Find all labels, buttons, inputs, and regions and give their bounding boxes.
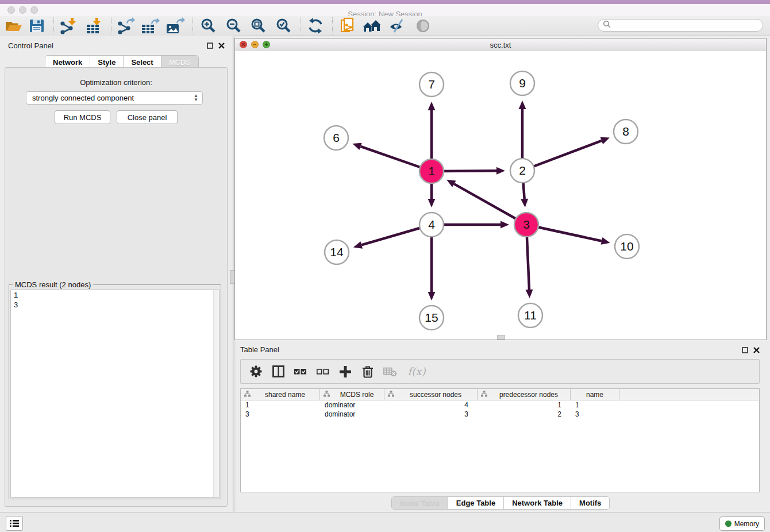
canvas-splitter-grip[interactable]: [497, 335, 505, 340]
network-window: ✕ − + scc.txt 1234678910111415: [234, 38, 767, 340]
table-toolbar: f(x): [240, 359, 760, 384]
add-column-icon[interactable]: [338, 365, 352, 379]
export-image-icon[interactable]: [165, 17, 186, 34]
gear-icon[interactable]: [249, 365, 263, 379]
close-panel-icon[interactable]: [753, 345, 760, 356]
delete-column-icon[interactable]: [361, 365, 375, 379]
houses-icon[interactable]: [362, 17, 383, 34]
arrowhead-icon: [428, 102, 436, 110]
zoom-in-icon[interactable]: [198, 17, 218, 34]
table-cell[interactable]: 4: [384, 400, 478, 410]
table-cell[interactable]: 1: [571, 400, 619, 410]
toolbar-separator: [53, 17, 54, 34]
export-table-icon[interactable]: [140, 17, 160, 34]
mcds-result-group: MCDS result (2 nodes) 1 3: [9, 284, 221, 499]
dropdown-stepper-icon: ▲▼: [194, 94, 198, 102]
import-network-icon[interactable]: [58, 17, 79, 34]
panel-list-button[interactable]: [6, 516, 23, 531]
tab-node-table[interactable]: Node Table: [392, 497, 448, 509]
node-label: 10: [620, 240, 633, 253]
node-label: 3: [523, 218, 530, 231]
tab-network[interactable]: Network: [45, 56, 90, 68]
hierarchy-icon: [481, 391, 487, 399]
tab-motifs[interactable]: Motifs: [571, 497, 609, 509]
table-cell[interactable]: 3: [384, 410, 478, 419]
column-header-shared-name[interactable]: shared name: [241, 389, 320, 400]
table-tabs: Node Table Edge Table Network Table Moti…: [234, 496, 767, 510]
tab-edge-table[interactable]: Edge Table: [448, 497, 504, 509]
desktop-strip: [0, 0, 770, 4]
hierarchy-icon: [388, 391, 394, 399]
arrowhead-icon: [500, 221, 509, 229]
column-header-predecessor-nodes[interactable]: predecessor nodes: [478, 389, 571, 400]
table-body: 1dominator4113dominator323: [241, 400, 759, 419]
tab-mcds[interactable]: MCDS: [161, 56, 198, 68]
memory-button[interactable]: Memory: [719, 516, 765, 531]
node-table[interactable]: shared nameMCDS rolesuccessor nodesprede…: [240, 388, 760, 492]
table-cell[interactable]: dominator: [320, 400, 384, 410]
search-field[interactable]: [598, 19, 763, 32]
close-panel-button[interactable]: Close panel: [117, 110, 178, 124]
float-panel-icon[interactable]: [742, 345, 748, 356]
network-graph[interactable]: 1234678910111415: [235, 51, 766, 340]
table-cell[interactable]: 3: [241, 410, 320, 419]
status-bar: Memory: [0, 512, 770, 532]
toolbar-separator: [192, 17, 193, 34]
zoom-fit-icon[interactable]: [248, 17, 268, 34]
memory-label: Memory: [734, 520, 759, 528]
node-label: 1: [428, 164, 435, 178]
memory-status-icon: [725, 521, 732, 527]
save-session-icon[interactable]: [26, 17, 47, 34]
arrowhead-icon: [600, 137, 610, 144]
arrowhead-icon: [496, 167, 505, 175]
table-mode-icon[interactable]: [271, 365, 285, 379]
criterion-dropdown[interactable]: strongly connected component ▲▼: [26, 91, 203, 105]
table-row[interactable]: 1dominator411: [241, 400, 759, 410]
float-panel-icon[interactable]: [207, 41, 213, 51]
network-window-titlebar[interactable]: ✕ − + scc.txt: [235, 38, 766, 52]
tab-network-table[interactable]: Network Table: [504, 497, 571, 509]
table-cell[interactable]: dominator: [320, 410, 384, 419]
node-label: 2: [519, 164, 526, 177]
result-scrollbar[interactable]: [213, 290, 219, 497]
table-row[interactable]: 3dominator323: [241, 410, 759, 419]
import-table-icon[interactable]: [84, 17, 105, 34]
toolbar-separator: [301, 17, 301, 34]
zoom-out-icon[interactable]: [223, 17, 244, 34]
list-icon: [10, 519, 19, 527]
node-label: 8: [622, 125, 629, 138]
refresh-icon[interactable]: [305, 17, 326, 34]
network-canvas[interactable]: 1234678910111415: [235, 51, 766, 340]
select-all-icon[interactable]: [294, 365, 307, 379]
node-label: 15: [425, 311, 438, 324]
mcds-result-textarea[interactable]: 1 3: [10, 290, 220, 498]
table-cell[interactable]: 2: [478, 410, 571, 419]
search-input[interactable]: [611, 21, 763, 30]
close-panel-icon[interactable]: [218, 41, 225, 51]
column-header-MCDS-role[interactable]: MCDS role: [320, 389, 384, 400]
birds-eye-view-icon[interactable]: [413, 17, 433, 34]
column-header-successor-nodes[interactable]: successor nodes: [384, 389, 478, 400]
table-cell[interactable]: 1: [241, 400, 320, 410]
column-header-name[interactable]: name: [571, 389, 619, 400]
optimization-criterion-label: Optimization criterion:: [5, 78, 227, 87]
clear-selection-icon[interactable]: [316, 365, 330, 379]
table-cell[interactable]: 1: [478, 400, 571, 410]
duplicate-network-icon[interactable]: [337, 17, 358, 34]
control-panel-title: Control Panel: [8, 41, 53, 50]
tab-select[interactable]: Select: [124, 56, 161, 68]
zoom-selected-icon[interactable]: [273, 17, 294, 34]
control-panel: Control Panel Network Style Select MCDS …: [0, 36, 233, 512]
mcds-panel: Optimization criterion: strongly connect…: [5, 67, 228, 507]
tab-style[interactable]: Style: [90, 56, 124, 68]
node-label: 7: [428, 78, 435, 91]
table-cell[interactable]: 3: [571, 410, 619, 419]
network-title: scc.txt: [235, 41, 766, 49]
open-session-icon[interactable]: [3, 17, 24, 34]
app-titlebar: Session: New Session: [0, 4, 770, 17]
export-network-icon[interactable]: [116, 17, 136, 34]
node-label: 4: [428, 218, 435, 231]
mcds-result-line: 1: [11, 290, 219, 300]
graphics-details-icon[interactable]: [387, 17, 407, 34]
run-mcds-button[interactable]: Run MCDS: [55, 110, 110, 124]
